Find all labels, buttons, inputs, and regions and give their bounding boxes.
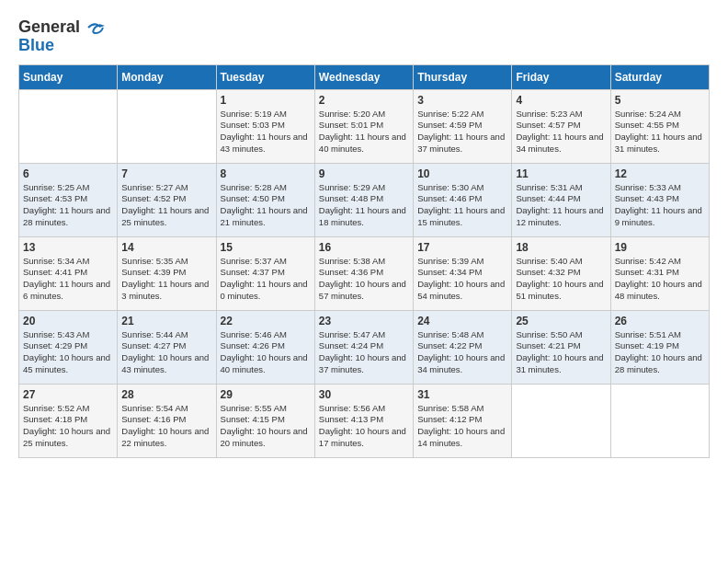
cell-info: Sunrise: 5:31 AMSunset: 4:44 PMDaylight:… [516,182,603,227]
cell-info: Sunrise: 5:30 AMSunset: 4:46 PMDaylight:… [417,182,505,227]
day-number: 28 [121,388,211,401]
day-cell: 20 Sunrise: 5:43 AMSunset: 4:29 PMDaylig… [19,310,118,384]
day-cell [610,384,709,457]
day-number: 3 [417,94,507,107]
day-number: 20 [23,315,113,327]
week-row-2: 6 Sunrise: 5:25 AMSunset: 4:53 PMDayligh… [19,163,710,236]
week-row-5: 27 Sunrise: 5:52 AMSunset: 4:18 PMDaylig… [19,384,710,457]
cell-info: Sunrise: 5:52 AMSunset: 4:18 PMDaylight:… [23,403,110,448]
day-cell: 25 Sunrise: 5:50 AMSunset: 4:21 PMDaylig… [512,310,610,384]
week-row-4: 20 Sunrise: 5:43 AMSunset: 4:29 PMDaylig… [19,310,710,384]
day-cell: 16 Sunrise: 5:38 AMSunset: 4:36 PMDaylig… [314,236,413,310]
day-cell: 19 Sunrise: 5:42 AMSunset: 4:31 PMDaylig… [610,236,709,310]
svg-marker-0 [99,24,105,28]
cell-info: Sunrise: 5:42 AMSunset: 4:31 PMDaylight:… [615,256,702,301]
day-cell: 8 Sunrise: 5:28 AMSunset: 4:50 PMDayligh… [216,163,314,236]
cell-info: Sunrise: 5:39 AMSunset: 4:34 PMDaylight:… [417,256,505,301]
day-cell: 15 Sunrise: 5:37 AMSunset: 4:37 PMDaylig… [216,236,314,310]
day-number: 25 [516,315,606,327]
cell-info: Sunrise: 5:29 AMSunset: 4:48 PMDaylight:… [319,182,406,227]
day-cell: 29 Sunrise: 5:55 AMSunset: 4:15 PMDaylig… [216,384,314,457]
day-cell: 10 Sunrise: 5:30 AMSunset: 4:46 PMDaylig… [414,163,512,236]
day-cell: 14 Sunrise: 5:35 AMSunset: 4:39 PMDaylig… [118,236,216,310]
cell-info: Sunrise: 5:48 AMSunset: 4:22 PMDaylight:… [417,329,505,374]
day-number: 14 [121,241,211,254]
calendar-table: SundayMondayTuesdayWednesdayThursdayFrid… [18,64,710,458]
day-cell: 28 Sunrise: 5:54 AMSunset: 4:16 PMDaylig… [118,384,216,457]
day-cell [512,384,610,457]
day-cell: 11 Sunrise: 5:31 AMSunset: 4:44 PMDaylig… [512,163,610,236]
cell-info: Sunrise: 5:58 AMSunset: 4:12 PMDaylight:… [417,403,505,448]
day-number: 29 [221,388,311,401]
week-row-1: 1 Sunrise: 5:19 AMSunset: 5:03 PMDayligh… [19,89,710,163]
day-cell: 7 Sunrise: 5:27 AMSunset: 4:52 PMDayligh… [118,163,216,236]
header-cell-tuesday: Tuesday [216,64,314,89]
day-cell: 27 Sunrise: 5:52 AMSunset: 4:18 PMDaylig… [19,384,118,457]
day-cell: 5 Sunrise: 5:24 AMSunset: 4:55 PMDayligh… [610,89,709,163]
day-number: 5 [615,94,705,107]
cell-info: Sunrise: 5:28 AMSunset: 4:50 PMDaylight:… [221,182,308,227]
day-cell: 12 Sunrise: 5:33 AMSunset: 4:43 PMDaylig… [610,163,709,236]
header-cell-saturday: Saturday [610,64,709,89]
day-cell [19,89,118,163]
day-number: 21 [121,315,211,327]
day-number: 17 [417,241,507,254]
logo-svg: General Blue [18,18,105,55]
day-number: 22 [221,315,311,327]
cell-info: Sunrise: 5:38 AMSunset: 4:36 PMDaylight:… [319,256,406,301]
day-number: 23 [319,315,409,327]
day-number: 24 [417,315,507,327]
day-number: 15 [221,241,311,254]
calendar-header: SundayMondayTuesdayWednesdayThursdayFrid… [19,64,710,89]
cell-info: Sunrise: 5:55 AMSunset: 4:15 PMDaylight:… [221,403,308,448]
day-number: 4 [516,94,606,107]
day-cell: 6 Sunrise: 5:25 AMSunset: 4:53 PMDayligh… [19,163,118,236]
day-cell: 2 Sunrise: 5:20 AMSunset: 5:01 PMDayligh… [314,89,413,163]
logo-general: General [18,18,105,37]
day-cell: 24 Sunrise: 5:48 AMSunset: 4:22 PMDaylig… [414,310,512,384]
cell-info: Sunrise: 5:56 AMSunset: 4:13 PMDaylight:… [319,403,406,448]
cell-info: Sunrise: 5:44 AMSunset: 4:27 PMDaylight:… [121,329,209,374]
day-number: 7 [121,167,211,180]
week-row-3: 13 Sunrise: 5:34 AMSunset: 4:41 PMDaylig… [19,236,710,310]
day-number: 18 [516,241,606,254]
day-number: 27 [23,388,113,401]
cell-info: Sunrise: 5:20 AMSunset: 5:01 PMDaylight:… [319,109,406,154]
day-number: 11 [516,167,606,180]
cell-info: Sunrise: 5:46 AMSunset: 4:26 PMDaylight:… [221,329,308,374]
day-number: 31 [417,388,507,401]
day-cell: 1 Sunrise: 5:19 AMSunset: 5:03 PMDayligh… [216,89,314,163]
day-cell: 17 Sunrise: 5:39 AMSunset: 4:34 PMDaylig… [414,236,512,310]
header-cell-sunday: Sunday [19,64,118,89]
cell-info: Sunrise: 5:43 AMSunset: 4:29 PMDaylight:… [23,329,110,374]
cell-info: Sunrise: 5:40 AMSunset: 4:32 PMDaylight:… [516,256,603,301]
day-cell: 26 Sunrise: 5:51 AMSunset: 4:19 PMDaylig… [610,310,709,384]
cell-info: Sunrise: 5:23 AMSunset: 4:57 PMDaylight:… [516,109,603,154]
logo-blue: Blue [18,37,54,55]
cell-info: Sunrise: 5:34 AMSunset: 4:41 PMDaylight:… [23,256,110,301]
day-cell: 4 Sunrise: 5:23 AMSunset: 4:57 PMDayligh… [512,89,610,163]
cell-info: Sunrise: 5:27 AMSunset: 4:52 PMDaylight:… [121,182,209,227]
cell-info: Sunrise: 5:54 AMSunset: 4:16 PMDaylight:… [121,403,209,448]
header-cell-wednesday: Wednesday [314,64,413,89]
day-cell: 23 Sunrise: 5:47 AMSunset: 4:24 PMDaylig… [314,310,413,384]
cell-info: Sunrise: 5:37 AMSunset: 4:37 PMDaylight:… [221,256,308,301]
day-number: 1 [221,94,311,107]
cell-info: Sunrise: 5:50 AMSunset: 4:21 PMDaylight:… [516,329,603,374]
day-number: 12 [615,167,705,180]
cell-info: Sunrise: 5:25 AMSunset: 4:53 PMDaylight:… [23,182,110,227]
day-cell [118,89,216,163]
day-cell: 21 Sunrise: 5:44 AMSunset: 4:27 PMDaylig… [118,310,216,384]
day-cell: 31 Sunrise: 5:58 AMSunset: 4:12 PMDaylig… [414,384,512,457]
header-cell-friday: Friday [512,64,610,89]
day-cell: 30 Sunrise: 5:56 AMSunset: 4:13 PMDaylig… [314,384,413,457]
logo-bird-icon [86,20,105,35]
cell-info: Sunrise: 5:19 AMSunset: 5:03 PMDaylight:… [221,109,308,154]
day-cell: 22 Sunrise: 5:46 AMSunset: 4:26 PMDaylig… [216,310,314,384]
cell-info: Sunrise: 5:24 AMSunset: 4:55 PMDaylight:… [615,109,702,154]
cell-info: Sunrise: 5:51 AMSunset: 4:19 PMDaylight:… [615,329,702,374]
cell-info: Sunrise: 5:47 AMSunset: 4:24 PMDaylight:… [319,329,406,374]
day-number: 19 [615,241,705,254]
day-cell: 18 Sunrise: 5:40 AMSunset: 4:32 PMDaylig… [512,236,610,310]
cell-info: Sunrise: 5:33 AMSunset: 4:43 PMDaylight:… [615,182,702,227]
